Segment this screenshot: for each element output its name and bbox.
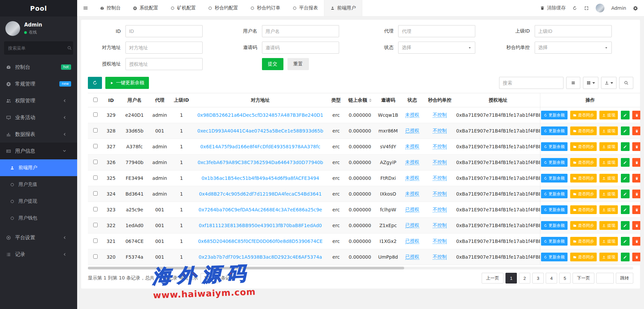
update-balance-button[interactable]: 更新余额 — [541, 126, 568, 135]
row-checkbox[interactable] — [93, 223, 98, 227]
control-link[interactable]: 不控制 — [433, 128, 447, 134]
edit-button[interactable] — [621, 142, 630, 151]
status-link[interactable]: 已授权 — [405, 254, 419, 260]
edit-button[interactable] — [621, 237, 630, 246]
edit-button[interactable] — [621, 174, 630, 183]
edit-button[interactable] — [621, 253, 630, 261]
column-header-balance[interactable]: 链上余额 — [345, 93, 375, 107]
row-checkbox[interactable] — [93, 207, 98, 211]
row-checkbox[interactable] — [93, 144, 98, 148]
status-link[interactable]: 已授权 — [405, 238, 419, 244]
status-link[interactable]: 未授权 — [405, 144, 419, 149]
row-checkbox[interactable] — [93, 128, 98, 133]
control-link[interactable]: 不控制 — [433, 238, 447, 244]
update-balance-button[interactable]: 更新余额 — [541, 205, 568, 214]
control-link[interactable]: 不控制 — [433, 175, 447, 181]
select-all-checkbox[interactable] — [93, 98, 98, 102]
reset-button[interactable]: 重置 — [287, 58, 309, 70]
withdraw-button[interactable]: 提现 — [599, 126, 618, 135]
contract-control-select[interactable]: 选择 — [535, 42, 612, 54]
jump-button[interactable]: 跳转 — [616, 273, 633, 284]
withdraw-button[interactable]: 提现 — [599, 111, 618, 119]
fullscreen-search-button[interactable] — [619, 77, 633, 89]
update-balance-button[interactable]: 更新余额 — [541, 174, 568, 183]
address-link[interactable]: 0x98DB526621a64Dec5cfD324857A487B3FBe240… — [197, 112, 323, 118]
row-checkbox[interactable] — [93, 254, 98, 259]
row-checkbox[interactable] — [93, 160, 98, 164]
hamburger-icon[interactable] — [77, 0, 94, 16]
address-input[interactable] — [125, 42, 203, 54]
refresh-balance-button[interactable] — [88, 77, 102, 89]
id-input[interactable] — [125, 25, 203, 37]
tab-miner-config[interactable]: 矿机配置 — [164, 0, 202, 16]
sidebar-item-reports[interactable]: 数据报表 — [0, 126, 77, 143]
control-link[interactable]: 不控制 — [433, 254, 447, 260]
address-link[interactable]: 0x6E14A75f9ad166e8f4FcDfdE493581978AA378… — [200, 144, 320, 149]
withdraw-button[interactable]: 提现 — [599, 253, 618, 261]
page-button-2[interactable]: 2 — [519, 273, 530, 284]
sync-button[interactable]: 是否同步 — [570, 221, 597, 230]
address-link[interactable]: 0x1b36ac1B54ec51b4fB49a454d6f9a8fACFE349… — [202, 175, 319, 181]
gear-icon[interactable] — [633, 6, 638, 11]
withdraw-button[interactable]: 提现 — [599, 174, 618, 183]
delete-button[interactable] — [632, 174, 640, 183]
fullscreen-icon[interactable] — [584, 6, 589, 11]
jump-page-input[interactable] — [596, 273, 614, 284]
sync-button[interactable]: 是否同步 — [570, 111, 597, 119]
update-balance-button[interactable]: 更新余额 — [541, 221, 568, 230]
status-link[interactable]: 已授权 — [405, 222, 419, 228]
page-button-4[interactable]: 4 — [546, 273, 557, 284]
withdraw-button[interactable]: 提现 — [599, 205, 618, 214]
sidebar-item-general[interactable]: 常规管理 new — [0, 75, 77, 92]
auth-address-input[interactable] — [125, 58, 203, 70]
address-link[interactable]: 0xc3febA679A89C38C7362594Da646473d0D7794… — [198, 160, 323, 165]
row-checkbox[interactable] — [93, 112, 98, 117]
row-checkbox[interactable] — [93, 239, 98, 243]
delete-button[interactable] — [632, 190, 640, 198]
invite-code-input[interactable] — [262, 42, 339, 54]
control-link[interactable]: 不控制 — [433, 144, 447, 149]
withdraw-button[interactable]: 提现 — [599, 158, 618, 167]
update-balance-button[interactable]: 更新余额 — [541, 237, 568, 246]
tab-system-config[interactable]: 系统配置 — [127, 0, 164, 16]
columns-button[interactable] — [583, 77, 598, 89]
edit-button[interactable] — [621, 111, 630, 119]
agent-input[interactable] — [398, 25, 475, 37]
submit-button[interactable]: 提交 — [262, 58, 283, 70]
sidebar-item-console[interactable]: 控制台 hot — [0, 59, 77, 75]
sort-icon[interactable] — [369, 99, 372, 102]
prev-page-button[interactable]: 上一页 — [482, 273, 503, 284]
table-search-input[interactable] — [499, 77, 564, 89]
address-link[interactable]: 0xf1811123E8136BB950e439013fB70baB8F1edA… — [199, 223, 322, 228]
sidebar-item-front-users[interactable]: 前端用户 — [0, 159, 77, 176]
tab-console[interactable]: 控制台 — [94, 0, 127, 16]
next-page-button[interactable]: 下一页 — [573, 273, 594, 284]
sidebar-item-permissions[interactable]: 权限管理 — [0, 92, 77, 109]
delete-button[interactable] — [632, 205, 640, 214]
address-link[interactable]: 0x7264ba706C9efDA54Ac2668E4c3A7eE686a25c… — [199, 207, 322, 212]
sidebar-item-business[interactable]: 业务活动 — [0, 109, 77, 126]
status-link[interactable]: 已授权 — [405, 207, 419, 212]
withdraw-button[interactable]: 提现 — [599, 190, 618, 198]
edit-button[interactable] — [621, 190, 630, 198]
control-link[interactable]: 不控制 — [433, 112, 447, 118]
tab-platform-report[interactable]: 平台报表 — [286, 0, 324, 16]
parent-id-input[interactable] — [535, 25, 612, 37]
edit-button[interactable] — [621, 158, 630, 167]
update-balance-button[interactable]: 更新余额 — [541, 158, 568, 167]
update-balance-button[interactable]: 更新余额 — [541, 190, 568, 198]
page-button-1[interactable]: 1 — [505, 273, 517, 284]
tab-contract-config[interactable]: 秒合约配置 — [202, 0, 244, 16]
edit-button[interactable] — [621, 205, 630, 214]
status-select[interactable]: 选择 — [398, 42, 475, 54]
update-balance-button[interactable]: 更新余额 — [541, 253, 568, 261]
edit-button[interactable] — [621, 221, 630, 230]
export-button[interactable] — [601, 77, 616, 89]
avatar[interactable] — [5, 21, 20, 36]
delete-button[interactable] — [632, 237, 640, 246]
update-balance-button[interactable]: 更新余额 — [541, 111, 568, 119]
delete-button[interactable] — [632, 221, 640, 230]
sidebar-item-user-info[interactable]: 用户信息 — [0, 143, 77, 159]
page-button-5[interactable]: 5 — [559, 273, 571, 284]
update-balance-button[interactable]: 更新余额 — [541, 142, 568, 151]
